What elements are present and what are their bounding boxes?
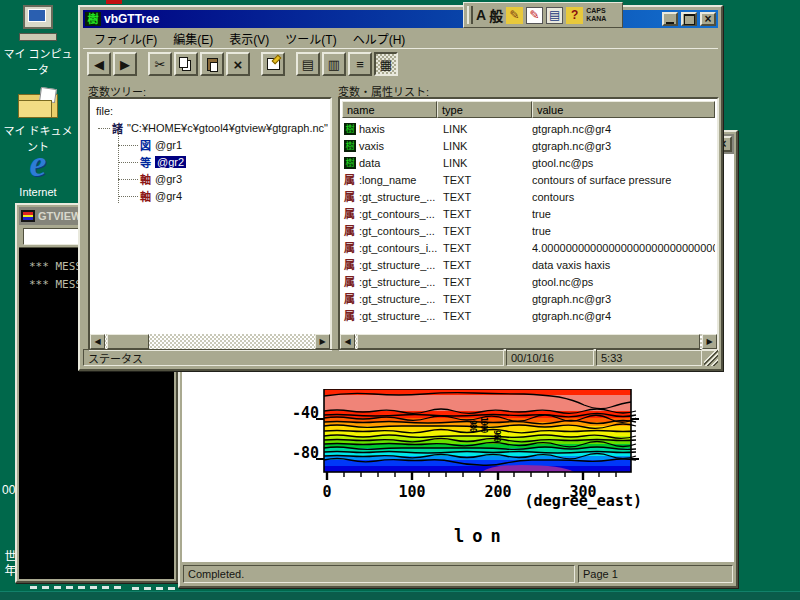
attribute-list-panel[interactable]: name type value 樹haxis LINKgtgraph.nc@gr… bbox=[338, 97, 719, 351]
ime-pad-icon[interactable]: ▤ bbox=[546, 7, 563, 24]
table-row[interactable]: 樹vaxis LINKgtgraph.nc@gr3 bbox=[342, 137, 715, 154]
vbgttree-window[interactable]: 樹 vbGTTree × ファイル(F) 編集(E) 表示(V) ツール(T) … bbox=[78, 5, 723, 371]
scroll-thumb[interactable] bbox=[107, 334, 149, 349]
ime-grip[interactable] bbox=[467, 6, 473, 24]
desktop-icon-internet[interactable]: e Internet bbox=[0, 144, 76, 198]
list-horizontal-scrollbar[interactable]: ◀ ▶ bbox=[340, 334, 717, 349]
axis-node-icon: 軸 bbox=[140, 171, 151, 187]
tree-node-gr2[interactable]: 等 @gr2 bbox=[140, 154, 186, 170]
gtview-title: GTVIEW bbox=[38, 210, 81, 222]
table-row[interactable]: 属:gt_structure_... TEXTgtgraph.nc@gr4 bbox=[342, 307, 715, 324]
tree-node-gr1[interactable]: 図 @gr1 bbox=[140, 137, 182, 153]
x-axis-unit: (degree_east) bbox=[422, 492, 642, 510]
ms-dos-icon bbox=[21, 210, 35, 222]
menu-view[interactable]: 表示(V) bbox=[222, 29, 276, 48]
column-header-type[interactable]: type bbox=[437, 101, 532, 118]
my-computer-icon bbox=[19, 5, 57, 41]
variable-tree-panel[interactable]: file: 諸 "C:¥HOME¥c¥gtool4¥gtview¥gtgraph… bbox=[88, 97, 332, 351]
table-row[interactable]: 属:gt_structure_... TEXTdata vaxis haxis bbox=[342, 256, 715, 273]
maximize-button[interactable] bbox=[681, 12, 697, 26]
column-header-value[interactable]: value bbox=[532, 101, 715, 118]
contour-plot bbox=[312, 389, 644, 483]
ime-bar[interactable]: A 般 ✎ ✎ ▤ ? CAPS KANA bbox=[463, 2, 623, 28]
table-header: name type value bbox=[342, 101, 715, 118]
scroll-thumb[interactable] bbox=[357, 334, 700, 349]
table-row[interactable]: 樹haxis LINKgtgraph.nc@gr4 bbox=[342, 120, 715, 137]
scroll-right-icon[interactable]: ▶ bbox=[702, 334, 717, 349]
graph-node-icon: 図 bbox=[140, 137, 151, 153]
list-view-button[interactable]: ≡ bbox=[348, 52, 372, 76]
status-message: ステータス bbox=[83, 349, 504, 366]
table-row[interactable]: 属:long_name TEXTcontours of surface pres… bbox=[342, 171, 715, 188]
contour-node-icon: 等 bbox=[140, 154, 151, 170]
back-button[interactable]: ◀ bbox=[87, 52, 111, 76]
close-button[interactable]: × bbox=[700, 12, 716, 26]
x-tick-0: 0 bbox=[297, 483, 357, 501]
paste-icon bbox=[207, 58, 218, 71]
scroll-left-icon[interactable]: ◀ bbox=[90, 334, 105, 349]
table-row[interactable]: 属:gt_structure_... TEXTgtgraph.nc@gr3 bbox=[342, 290, 715, 307]
menu-file[interactable]: ファイル(F) bbox=[87, 29, 164, 48]
table-row[interactable]: 属:gt_contours_... TEXTtrue bbox=[342, 205, 715, 222]
app-tree-icon: 樹 bbox=[85, 12, 101, 26]
taskbar-strip bbox=[0, 591, 800, 600]
scroll-left-icon[interactable]: ◀ bbox=[340, 334, 355, 349]
contour-label: 960 bbox=[492, 430, 501, 441]
tree-root[interactable]: file: bbox=[96, 103, 113, 119]
attribute-icon: 属 bbox=[344, 225, 356, 237]
menu-edit[interactable]: 編集(E) bbox=[166, 29, 220, 48]
contour-label: 1000 bbox=[479, 417, 488, 432]
copy-button[interactable] bbox=[174, 52, 198, 76]
column-header-name[interactable]: name bbox=[342, 101, 437, 118]
tree-node-gr4[interactable]: 軸 @gr4 bbox=[140, 188, 182, 204]
table-row[interactable]: 属:gt_contours_i... TEXT4.000000000000000… bbox=[342, 239, 715, 256]
link-icon: 樹 bbox=[344, 157, 356, 169]
menu-tools[interactable]: ツール(T) bbox=[278, 29, 343, 48]
large-icons-button[interactable]: ▤ bbox=[296, 52, 320, 76]
window-fragment bbox=[106, 0, 122, 4]
ime-input-mode[interactable]: A bbox=[476, 7, 486, 23]
ime-caps-label[interactable]: CAPS bbox=[586, 7, 605, 14]
ime-pen-tool-icon[interactable]: ✎ bbox=[506, 7, 523, 24]
tree-node-gr3[interactable]: 軸 @gr3 bbox=[140, 171, 182, 187]
desktop-icon-my-computer[interactable]: マイ コンピュータ bbox=[0, 5, 76, 77]
small-icons-button[interactable]: ▥ bbox=[322, 52, 346, 76]
y-tick--40: -40 bbox=[275, 404, 319, 422]
link-icon: 樹 bbox=[344, 123, 356, 135]
details-view-button[interactable]: ▦ bbox=[374, 52, 398, 76]
desktop-fragment-top: 00 bbox=[2, 483, 15, 497]
copy-icon bbox=[179, 57, 188, 68]
contour-label: 980 bbox=[468, 420, 477, 431]
desktop-label-fragment bbox=[132, 587, 176, 590]
internet-explorer-icon: e bbox=[18, 144, 58, 182]
attribute-icon: 属 bbox=[344, 242, 356, 254]
properties-icon bbox=[267, 58, 280, 70]
properties-button[interactable] bbox=[261, 52, 285, 76]
ime-kana-label[interactable]: KANA bbox=[586, 15, 606, 22]
attribute-icon: 属 bbox=[344, 293, 356, 305]
table-row[interactable]: 属:gt_contours_... TEXTtrue bbox=[342, 222, 715, 239]
internet-label: Internet bbox=[0, 186, 76, 198]
table-row[interactable]: 属:gt_structure_... TEXTcontours bbox=[342, 188, 715, 205]
x-axis-label: lon bbox=[454, 526, 509, 546]
delete-button[interactable]: × bbox=[226, 52, 250, 76]
ime-help-icon[interactable]: ? bbox=[566, 7, 583, 24]
tree-node-label: @gr1 bbox=[155, 139, 182, 151]
scroll-right-icon[interactable]: ▶ bbox=[315, 334, 330, 349]
my-computer-label: マイ コンピュータ bbox=[0, 45, 76, 77]
paste-button[interactable] bbox=[200, 52, 224, 76]
plot-statusbar: Completed. Page 1 bbox=[182, 564, 734, 584]
tree-node-label: @gr3 bbox=[155, 173, 182, 185]
cut-button[interactable]: ✂ bbox=[148, 52, 172, 76]
forward-button[interactable]: ▶ bbox=[113, 52, 137, 76]
table-row[interactable]: 樹data LINKgtool.nc@ps bbox=[342, 154, 715, 171]
resize-grip[interactable] bbox=[704, 349, 718, 366]
tree-horizontal-scrollbar[interactable]: ◀ ▶ bbox=[90, 334, 330, 349]
ime-conversion-mode[interactable]: 般 bbox=[489, 5, 503, 25]
ime-dictionary-icon[interactable]: ✎ bbox=[526, 7, 543, 24]
y-tick--80: -80 bbox=[275, 444, 319, 462]
tree-file-node[interactable]: 諸 "C:¥HOME¥c¥gtool4¥gtview¥gtgraph.nc" bbox=[112, 120, 328, 136]
table-row[interactable]: 属:gt_structure_... TEXTgtool.nc@ps bbox=[342, 273, 715, 290]
menu-help[interactable]: ヘルプ(H) bbox=[346, 29, 413, 48]
minimize-button[interactable] bbox=[662, 12, 678, 26]
